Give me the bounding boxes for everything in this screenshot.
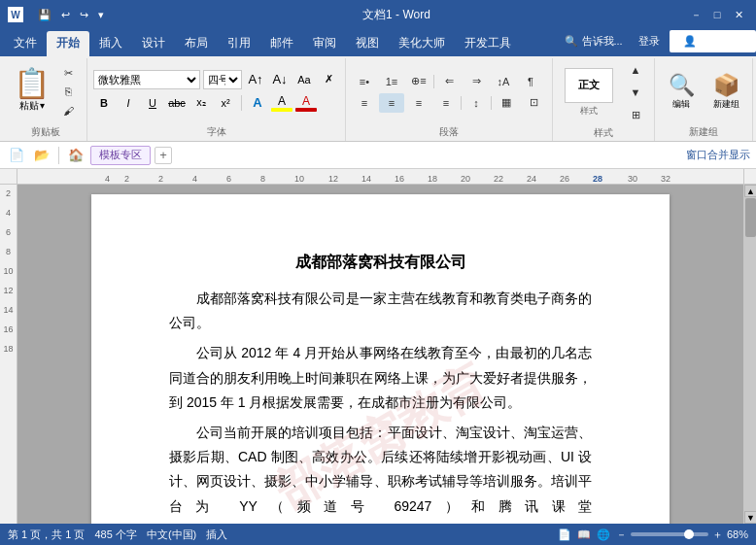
increase-indent-button[interactable]: ⇒ [464,72,489,91]
subscript-button[interactable]: x₂ [190,93,212,113]
doc-main: 2 4 6 8 10 12 14 16 18 部落窝教育 成都部落窝科技有限公司… [0,185,756,524]
highlight-button[interactable]: A [271,94,292,112]
shrink-font-button[interactable]: A↓ [269,70,291,89]
para-row1: ≡• 1≡ ⊕≡ ⇐ ⇒ ↕A ¶ [352,72,546,91]
decrease-indent-button[interactable]: ⇐ [436,72,462,91]
tab-review[interactable]: 审阅 [303,31,346,56]
scroll-thumb[interactable] [745,198,756,237]
view-read-btn[interactable]: 📖 [577,528,591,541]
vnum-2: 2 [6,188,11,208]
tab-beautify[interactable]: 美化大师 [389,31,455,56]
zoom-in-button[interactable]: ＋ [712,528,723,542]
cut-copy-format: ✂ ⎘ 🖌 [55,65,81,119]
close-button[interactable]: ✕ [729,5,748,24]
search-commands[interactable]: 🔍 告诉我... [559,32,628,51]
language: 中文(中国) [147,528,196,542]
share-button[interactable]: 👤 ♂ 共享 [670,30,756,52]
tab-references[interactable]: 引用 [218,31,260,56]
add-tab-button[interactable]: + [155,147,172,164]
align-left-button[interactable]: ≡ [352,93,377,113]
scroll-down-button[interactable]: ▼ [744,511,756,524]
styles-down[interactable]: ▼ [623,83,648,102]
format-painter-button[interactable]: 🖌 [55,102,81,119]
paste-button[interactable]: 📋 粘贴▾ [10,65,53,119]
document-title[interactable]: 成都部落窝科技有限公司 [169,253,592,273]
change-case-button[interactable]: Aa [293,70,315,89]
undo-button[interactable]: ↩ [58,7,73,23]
copy-button[interactable]: ⎘ [55,84,81,100]
font-family-select[interactable]: 微软雅黑 [93,70,200,89]
template-zone[interactable]: 模板专区 [90,146,151,165]
shading-button[interactable]: ▦ [494,93,519,113]
word-count: 485 个字 [94,528,136,542]
zoom-level[interactable]: 68% [727,528,748,540]
styles-gallery[interactable]: 正文 样式 [559,65,619,120]
superscript-button[interactable]: x² [215,93,236,113]
multilevel-button[interactable]: ⊕≡ [406,72,431,91]
ruler-area: 4 2 2 4 6 8 10 12 14 16 18 20 22 24 26 2… [0,169,756,185]
line-spacing-button[interactable]: ↕ [464,93,489,113]
scroll-up-button[interactable]: ▲ [744,185,756,197]
open-doc-button[interactable]: 📂 [31,145,52,166]
ruler-right [743,169,756,185]
status-bar: 第 1 页，共 1 页 485 个字 中文(中国) 插入 📄 📖 🌐 － ＋ 6… [0,524,756,545]
save-button[interactable]: 💾 [35,7,54,23]
tab-insert[interactable]: 插入 [89,31,132,56]
document-body[interactable]: 成都部落窝科技有限公司是一家主营在线教育和教育类电子商务的公司。 公司从 201… [169,287,592,524]
font-divider [241,95,242,111]
font-size-select[interactable]: 四号 [203,70,242,89]
font-group-label: 字体 [207,123,226,139]
text-effect-button[interactable]: A [247,93,268,113]
sign-in-button[interactable]: 登录 [633,32,666,51]
view-web-btn[interactable]: 🌐 [597,528,610,541]
cut-button[interactable]: ✂ [55,65,81,82]
quick-access-toolbar: 💾 ↩ ↪ ▾ [35,7,107,23]
edit-button[interactable]: 🔍 编辑 [661,70,702,114]
border-button[interactable]: ⊡ [521,93,546,113]
window-merge-button[interactable]: 窗口合并显示 [686,148,750,162]
font-format-row: B I U abc x₂ x² A A A [93,93,339,113]
styles-up[interactable]: ▲ [623,60,648,80]
italic-button[interactable]: I [118,93,139,113]
ribbon-right-actions: 🔍 告诉我... 登录 👤 ♂ 共享 [559,30,756,56]
zoom-slider[interactable] [631,532,708,536]
tab-view[interactable]: 视图 [346,31,389,56]
zoom-out-button[interactable]: － [616,528,627,542]
strikethrough-button[interactable]: abc [166,93,188,113]
tab-layout[interactable]: 布局 [175,31,218,56]
view-print-btn[interactable]: 📄 [558,528,571,541]
justify-button[interactable]: ≡ [433,93,459,113]
align-center-button[interactable]: ≡ [379,93,404,113]
styles-group-label: 样式 [594,124,613,140]
sort-button[interactable]: ↕A [491,72,516,91]
bold-button[interactable]: B [93,93,115,113]
minimize-button[interactable]: － [686,5,705,24]
align-right-button[interactable]: ≡ [406,93,431,113]
document-scroll-area[interactable]: 部落窝教育 成都部落窝科技有限公司 成都部落窝科技有限公司是一家主营在线教育和教… [17,185,743,524]
clear-format-button[interactable]: ✗ [318,70,339,89]
show-marks-button[interactable]: ¶ [518,72,543,91]
bullets-button[interactable]: ≡• [352,72,377,91]
home-button[interactable]: 🏠 [65,145,86,166]
tab-home[interactable]: 开始 [47,31,89,56]
numbering-button[interactable]: 1≡ [379,72,404,91]
new-group-button[interactable]: 📦 新建组 [705,70,746,114]
scrollbar-right: ▲ ▼ [743,185,756,524]
redo-button[interactable]: ↪ [77,7,91,23]
font-color-button[interactable]: A [295,94,317,112]
customize-quick-access[interactable]: ▾ [95,7,107,23]
styles-more[interactable]: ⊞ [623,105,648,124]
style-preview: 正文 [565,68,613,103]
title-bar: W 💾 ↩ ↪ ▾ 文档1 - Word － □ ✕ [0,0,756,29]
tab-mailings[interactable]: 邮件 [260,31,303,56]
maximize-button[interactable]: □ [707,5,727,24]
tab-file[interactable]: 文件 [4,31,47,56]
font-family-row: 微软雅黑 四号 A↑ A↓ Aa ✗ [93,70,339,89]
new-doc-button[interactable]: 📄 [6,145,27,166]
tab-developer[interactable]: 开发工具 [455,31,521,56]
ribbon-group-font: 微软雅黑 四号 A↑ A↓ Aa ✗ B I U abc x₂ x² A [87,58,346,141]
grow-font-button[interactable]: A↑ [245,70,266,89]
underline-button[interactable]: U [142,93,163,113]
zoom-thumb[interactable] [684,529,694,539]
tab-design[interactable]: 设计 [132,31,175,56]
